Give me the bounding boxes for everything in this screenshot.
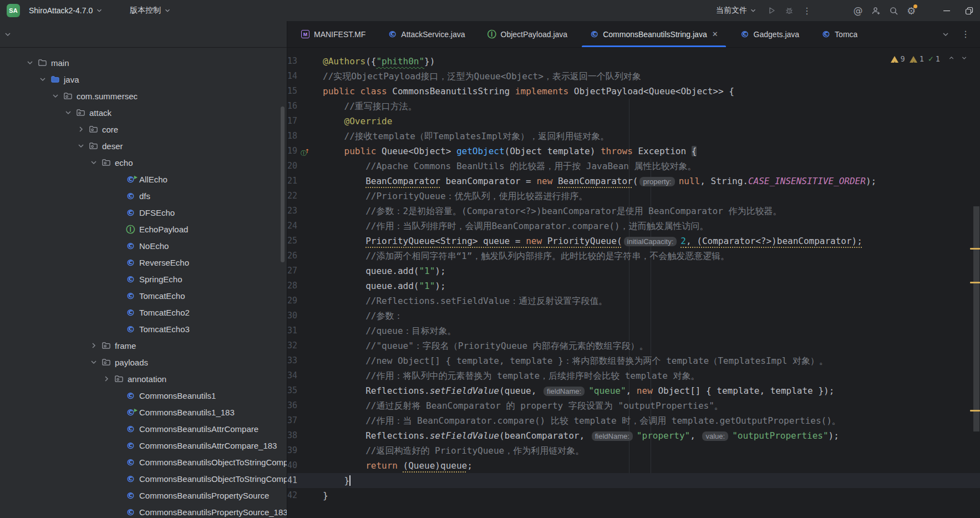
chevron-down-icon[interactable] bbox=[89, 158, 98, 167]
code-line-20[interactable]: 20 //Apache Commons BeanUtils 的比较器，用于按 J… bbox=[287, 159, 980, 174]
line-number[interactable]: 37 bbox=[287, 413, 323, 428]
tree-item-deser[interactable]: deser bbox=[0, 138, 287, 154]
tree-item-tomcatecho3[interactable]: ©TomcatEcho3 bbox=[0, 321, 287, 337]
code-with-me-icon[interactable] bbox=[867, 3, 885, 18]
chevron-down-icon[interactable] bbox=[89, 358, 98, 367]
tree-item-echo[interactable]: echo bbox=[0, 154, 287, 171]
project-tree-scrollbar[interactable] bbox=[281, 106, 285, 262]
tab-manifest-mf[interactable]: MMANIFEST.MF bbox=[290, 21, 377, 47]
tree-item-tomcatecho[interactable]: ©TomcatEcho bbox=[0, 287, 287, 304]
prev-problem-icon[interactable] bbox=[948, 52, 955, 67]
warning-stripe-mark[interactable] bbox=[970, 248, 980, 250]
code-line-34[interactable]: 34 //作用：将队列中的元素替换为 template，后续排序时会比较 tem… bbox=[287, 368, 980, 383]
line-number[interactable]: 38 bbox=[287, 428, 323, 443]
tree-item-commonsbeanutilspropertysource_183[interactable]: ©CommonsBeanutilsPropertySource_183 bbox=[0, 504, 287, 518]
tree-item-attack[interactable]: attack bbox=[0, 104, 287, 121]
code-line-30[interactable]: 30 //参数： bbox=[287, 308, 980, 323]
code-line-22[interactable]: 22 //PriorityQueue：优先队列，使用比较器进行排序。 bbox=[287, 189, 980, 204]
code-line-38[interactable]: 38 Reflections.setFieldValue(beanCompara… bbox=[287, 428, 980, 443]
chevron-down-icon[interactable] bbox=[51, 92, 60, 100]
tab-commonsbeanutilsstring-java[interactable]: ©CommonsBeanutilsString.java✕ bbox=[578, 21, 729, 47]
code-line-21[interactable]: 21 BeanComparator beanComparator = new B… bbox=[287, 174, 980, 189]
line-number[interactable]: 39 bbox=[287, 443, 323, 458]
code-line-40[interactable]: 40 return (Queue)queue; bbox=[287, 458, 980, 473]
chevron-right-icon[interactable] bbox=[77, 125, 85, 134]
app-logo[interactable]: SA bbox=[7, 4, 20, 17]
line-number[interactable]: 14 bbox=[287, 69, 323, 84]
search-everywhere-icon[interactable] bbox=[885, 3, 902, 18]
tree-item-allecho[interactable]: ©AllEcho bbox=[0, 171, 287, 187]
tab-attackservice-java[interactable]: ©AttackService.java bbox=[377, 21, 476, 47]
code-line-26[interactable]: 26 //添加两个相同字符串“1”，触发队列内部排序。此时比较的是字符串，不会触… bbox=[287, 248, 980, 263]
tree-item-frame[interactable]: frame bbox=[0, 337, 287, 354]
vcs-menu[interactable]: 版本控制 bbox=[126, 3, 175, 18]
line-number[interactable]: 17 bbox=[287, 114, 323, 129]
line-number[interactable]: 27 bbox=[287, 263, 323, 278]
warning-stripe-mark[interactable] bbox=[970, 410, 980, 412]
line-number[interactable]: 28 bbox=[287, 278, 323, 293]
tree-item-commonsbeanutils1_183[interactable]: ©CommonsBeanutils1_183 bbox=[0, 404, 287, 420]
tab-options-kebab-icon[interactable]: ⋮ bbox=[957, 27, 974, 42]
chevron-down-icon[interactable] bbox=[77, 141, 85, 150]
line-number[interactable]: 21 bbox=[287, 174, 323, 189]
line-number[interactable]: 15 bbox=[287, 84, 323, 99]
line-number[interactable]: 25 bbox=[287, 233, 323, 248]
tree-item-dfsecho[interactable]: ©DFSEcho bbox=[0, 204, 287, 221]
code-line-25[interactable]: 25 PriorityQueue<String> queue = new Pri… bbox=[287, 233, 980, 248]
code-line-15[interactable]: 15public class CommonsBeanutilsString im… bbox=[287, 84, 980, 99]
tree-item-payloads[interactable]: payloads bbox=[0, 354, 287, 370]
tree-item-commonsbeanutils1[interactable]: ©CommonsBeanutils1 bbox=[0, 387, 287, 404]
line-number[interactable]: 24 bbox=[287, 219, 323, 233]
run-button[interactable] bbox=[763, 3, 780, 18]
line-number[interactable]: 26 bbox=[287, 248, 323, 263]
code-line-41[interactable]: 41 } bbox=[287, 473, 980, 488]
weak-warnings-count[interactable]: 1 bbox=[910, 52, 924, 67]
line-number[interactable]: 35 bbox=[287, 383, 323, 398]
tree-item-noecho[interactable]: ©NoEcho bbox=[0, 237, 287, 254]
tree-item-commonsbeanutilsobjecttostringcomp[interactable]: ©CommonsBeanutilsObjectToStringComp bbox=[0, 454, 287, 470]
code-line-13[interactable]: 13@Authors({"phith0n"}) bbox=[287, 54, 980, 69]
hidden-tabs-chevron-icon[interactable] bbox=[937, 27, 954, 42]
line-number[interactable]: 19Ⓘ↑ bbox=[287, 144, 323, 159]
tree-item-tomcatecho2[interactable]: ©TomcatEcho2 bbox=[0, 304, 287, 321]
line-number[interactable]: 40 bbox=[287, 458, 323, 473]
warnings-count[interactable]: 9 bbox=[891, 52, 905, 67]
code-editor[interactable]: 13@Authors({"phith0n"})14//实现ObjectPaylo… bbox=[287, 48, 980, 518]
ai-assistant-icon[interactable]: @ bbox=[849, 3, 867, 18]
code-line-23[interactable]: 23 //参数：2是初始容量。(Comparator<?>)beanCompar… bbox=[287, 204, 980, 219]
code-line-32[interactable]: 32 //"queue"：字段名（PriorityQueue 内部存储元素的数组… bbox=[287, 338, 980, 353]
tree-item-commonsbeanutilsattrcompare_183[interactable]: ©CommonsBeanutilsAttrCompare_183 bbox=[0, 437, 287, 454]
code-line-31[interactable]: 31 //queue：目标对象。 bbox=[287, 323, 980, 338]
line-number[interactable]: 36 bbox=[287, 398, 323, 413]
tree-item-commonsbeanutilsattrcompare[interactable]: ©CommonsBeanutilsAttrCompare bbox=[0, 420, 287, 437]
line-number[interactable]: 34 bbox=[287, 368, 323, 383]
code-line-39[interactable]: 39 //返回构造好的 PriorityQueue，作为利用链对象。 bbox=[287, 443, 980, 458]
line-number[interactable]: 16 bbox=[287, 99, 323, 114]
warning-stripe-mark[interactable] bbox=[970, 282, 980, 283]
line-number[interactable]: 41 bbox=[287, 473, 323, 488]
window-minimize-button[interactable] bbox=[936, 0, 958, 21]
ok-count[interactable]: ✓1 bbox=[928, 52, 940, 67]
chevron-right-icon[interactable] bbox=[102, 374, 111, 383]
code-line-16[interactable]: 16 //重写接口方法。 bbox=[287, 99, 980, 114]
code-line-19[interactable]: 19Ⓘ↑ public Queue<Object> getObject(Obje… bbox=[287, 144, 980, 159]
line-number[interactable]: 30 bbox=[287, 308, 323, 323]
line-number[interactable]: 42 bbox=[287, 488, 323, 503]
code-line-18[interactable]: 18 //接收template（即TemplatesImpl对象），返回利用链对… bbox=[287, 129, 980, 144]
tab-gadgets-java[interactable]: ©Gadgets.java bbox=[729, 21, 811, 47]
tree-item-dfs[interactable]: ©dfs bbox=[0, 187, 287, 204]
chevron-down-icon[interactable] bbox=[38, 75, 47, 84]
line-number[interactable]: 23 bbox=[287, 204, 323, 219]
tree-item-springecho[interactable]: ©SpringEcho bbox=[0, 271, 287, 287]
line-number[interactable]: 29 bbox=[287, 293, 323, 308]
tab-tomca[interactable]: ©Tomca bbox=[810, 21, 857, 47]
chevron-right-icon[interactable] bbox=[89, 341, 98, 350]
line-number[interactable]: 32 bbox=[287, 338, 323, 353]
code-line-37[interactable]: 37 //作用：当 BeanComparator.compare() 比较 te… bbox=[287, 413, 980, 428]
tree-item-commonsbeanutilsobjecttostringcomp[interactable]: ©CommonsBeanutilsObjectToStringComp bbox=[0, 470, 287, 487]
inspections-widget[interactable]: 9 1 ✓1 bbox=[891, 52, 968, 67]
tree-item-java[interactable]: java bbox=[0, 71, 287, 88]
code-line-36[interactable]: 36 //通过反射将 BeanComparator 的 property 字段设… bbox=[287, 398, 980, 413]
tree-item-annotation[interactable]: annotation bbox=[0, 370, 287, 387]
line-number[interactable]: 13 bbox=[287, 54, 323, 69]
